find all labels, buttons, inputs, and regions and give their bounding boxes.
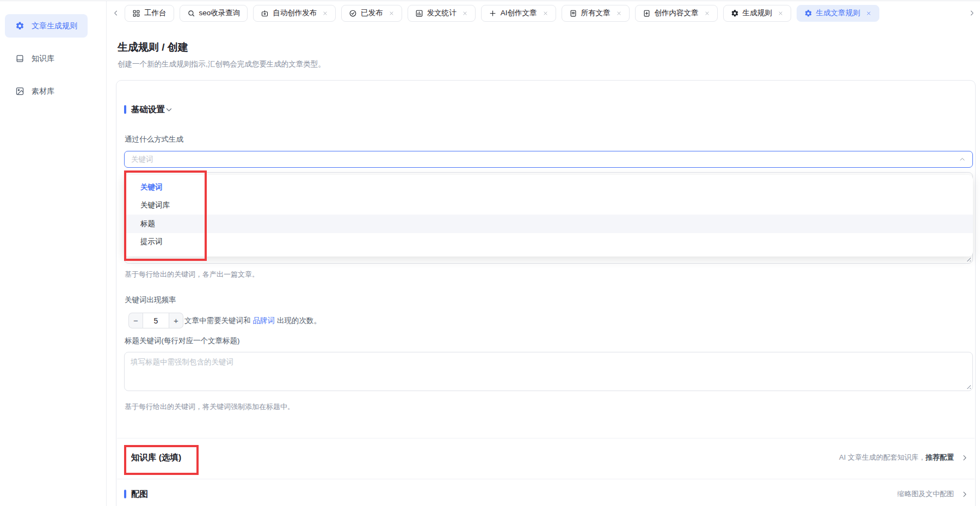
close-icon (778, 10, 784, 16)
tab-bar: 工作台seo收录查询自动创作发布已发布发文统计AI创作文章所有文章创作内容文章生… (107, 1, 980, 25)
section-illustration[interactable]: 配图 缩略图及文中配图 (124, 489, 969, 499)
tab-item[interactable]: 自动创作发布 (253, 5, 336, 22)
close-icon (616, 10, 622, 16)
collapse-section-button[interactable] (165, 106, 173, 114)
close-icon[interactable] (322, 10, 328, 16)
tab-item[interactable]: 所有文章 (562, 5, 630, 22)
section-basic-settings: 基础设置 (124, 105, 969, 114)
section-divider (117, 479, 975, 479)
tab-label: 自动创作发布 (273, 8, 317, 18)
tab-label: 工作台 (144, 8, 167, 18)
tab-list: 工作台seo收录查询自动创作发布已发布发文统计AI创作文章所有文章创作内容文章生… (125, 5, 963, 22)
tab-label: 创作内容文章 (655, 8, 699, 18)
close-icon[interactable] (543, 10, 548, 16)
tab-label: AI创作文章 (501, 8, 537, 18)
tab-item[interactable]: 创作内容文章 (635, 5, 718, 22)
close-icon[interactable] (778, 10, 784, 16)
close-icon (389, 10, 395, 16)
title-keywords-placeholder: 填写标题中需强制包含的关键词 (131, 357, 233, 367)
sidebar-item[interactable]: 知识库 (5, 47, 88, 70)
tab-label: 生成文章规则 (816, 8, 860, 18)
section-accent-bar (124, 490, 126, 498)
frequency-label: 关键词出现频率 (125, 296, 176, 304)
frequency-value[interactable]: 5 (143, 313, 169, 328)
bar-chart-icon (415, 9, 423, 17)
brand-words-link[interactable]: 品牌词 (253, 316, 275, 325)
chevron-right-icon (960, 490, 969, 498)
chevron-right-icon[interactable] (960, 490, 969, 498)
sidebar: 文章生成规则知识库素材库 (0, 1, 107, 506)
sidebar-item[interactable]: 素材库 (5, 80, 88, 103)
section-accent-bar (124, 453, 126, 462)
auto-publish-icon (261, 9, 269, 17)
method-label: 通过什么方式生成 (125, 135, 183, 144)
title-keywords-label: 标题关键词(每行对应一个文章标题) (125, 337, 240, 345)
sidebar-item-label: 素材库 (32, 87, 54, 96)
rule-form-card: 基础设置 通过什么方式生成 关键词 关键词关键词库标题提示词 基于每行给出的关键… (116, 80, 976, 506)
main-content: 生成规则 / 创建 创建一个新的生成规则指示,汇创鸭会完成您要生成的文章类型。 … (107, 25, 980, 506)
close-icon[interactable] (389, 10, 395, 16)
illustration-hint-text: 缩略图及文中配图 (897, 489, 954, 499)
close-icon (866, 10, 872, 16)
dropdown-option[interactable]: 关键词 (124, 178, 973, 197)
close-icon[interactable] (866, 10, 872, 16)
recommended-config-label: 推荐配置 (926, 453, 954, 461)
dropdown-option[interactable]: 标题 (124, 215, 973, 233)
tab-item[interactable]: 发文统计 (408, 5, 476, 22)
chevron-right-icon[interactable] (960, 454, 969, 462)
tab-label: 所有文章 (581, 8, 611, 18)
close-icon (704, 10, 710, 16)
close-icon (543, 10, 548, 16)
scroll-right-icon[interactable] (968, 9, 976, 17)
tab-item[interactable]: 生成规则 (723, 5, 791, 22)
plus-icon (489, 9, 497, 17)
dropdown-option[interactable]: 关键词库 (124, 197, 973, 215)
close-icon[interactable] (462, 10, 468, 16)
title-keywords-textarea[interactable]: 填写标题中需强制包含的关键词 (124, 352, 973, 391)
search-icon (187, 9, 195, 17)
tab-label: seo收录查询 (199, 8, 241, 18)
sidebar-item[interactable]: 文章生成规则 (5, 14, 88, 38)
frequency-help-text: 文章中需要关键词和品牌词出现的次数。 (184, 316, 321, 326)
page-subtitle: 创建一个新的生成规则指示,汇创鸭会完成您要生成的文章类型。 (118, 59, 325, 69)
illustration-hint: 缩略图及文中配图 (897, 489, 969, 499)
sidebar-item-label: 文章生成规则 (32, 21, 77, 31)
method-select[interactable]: 关键词 (124, 151, 973, 168)
dropdown-option[interactable]: 提示词 (124, 233, 973, 252)
chevron-right-icon (960, 454, 969, 462)
file-plus-icon (643, 9, 651, 17)
tab-label: 已发布 (361, 8, 383, 18)
knowledge-hint: AI 文章生成的配套知识库，推荐配置 (839, 453, 969, 462)
close-icon (322, 10, 328, 16)
section-title: 配图 (131, 489, 148, 500)
tab-label: 生成规则 (743, 8, 772, 18)
chevron-down-icon (165, 106, 173, 114)
method-help-text: 基于每行给出的关键词，各产出一篇文章。 (125, 270, 259, 279)
sidebar-item-label: 知识库 (32, 54, 54, 64)
book-icon (15, 54, 24, 63)
section-title: 知识库 (选填) (131, 452, 181, 464)
title-keywords-help-text: 基于每行给出的关键词，将关键词强制添加在标题中。 (125, 402, 294, 412)
tab-item[interactable]: AI创作文章 (481, 5, 556, 22)
chevron-up-icon (959, 156, 966, 163)
tab-item[interactable]: 工作台 (125, 5, 174, 22)
section-knowledge-base[interactable]: 知识库 (选填) AI 文章生成的配套知识库，推荐配置 (124, 453, 969, 462)
chevron-left-icon (112, 9, 120, 17)
scroll-left-icon[interactable] (112, 9, 120, 17)
method-dropdown: 关键词关键词库标题提示词 (124, 175, 973, 257)
section-title: 基础设置 (131, 104, 165, 115)
increment-button[interactable]: + (169, 313, 183, 328)
frequency-help-after: 出现的次数。 (277, 316, 321, 325)
tab-item[interactable]: 已发布 (341, 5, 402, 22)
close-icon (462, 10, 468, 16)
method-select-value: 关键词 (131, 155, 153, 164)
resize-handle[interactable] (965, 256, 971, 261)
close-icon[interactable] (616, 10, 622, 16)
resize-handle[interactable] (965, 383, 971, 389)
close-icon[interactable] (704, 10, 710, 16)
section-accent-bar (124, 105, 126, 114)
decrement-button[interactable]: − (128, 313, 143, 328)
frequency-help-before: 文章中需要关键词和 (184, 316, 251, 325)
tab-active[interactable]: 生成文章规则 (797, 5, 879, 22)
tab-item[interactable]: seo收录查询 (180, 5, 248, 22)
